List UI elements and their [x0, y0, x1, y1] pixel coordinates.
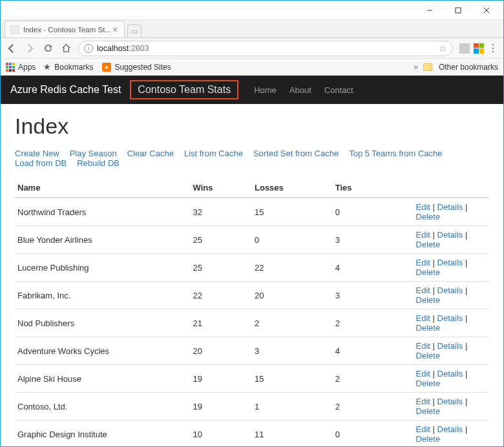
cell-actions: Edit | Details | Delete — [414, 421, 489, 448]
tab-close-icon[interactable]: × — [111, 25, 119, 35]
cell-losses: 0 — [252, 226, 333, 254]
extension-icon[interactable] — [459, 43, 470, 54]
action-link[interactable]: Play Season — [70, 149, 117, 158]
app-navbar: Azure Redis Cache Test Contoso Team Stat… — [1, 76, 503, 104]
delete-link[interactable]: Delete — [416, 212, 441, 222]
delete-link[interactable]: Delete — [416, 240, 441, 249]
bookmark-label: Suggested Sites — [114, 63, 171, 72]
browser-tab-active[interactable]: Index - Contoso Team St... × — [5, 21, 125, 37]
navbar-highlighted-link[interactable]: Contoso Team Stats — [130, 80, 238, 99]
forward-button[interactable] — [24, 43, 36, 54]
cell-name: Nod Publishers — [15, 309, 191, 337]
table-row: Blue Yonder Airlines2503Edit | Details |… — [15, 226, 489, 254]
action-link[interactable]: Rebuild DB — [77, 158, 120, 168]
star-icon: ★ — [43, 62, 51, 72]
delete-link[interactable]: Delete — [416, 351, 441, 360]
details-link[interactable]: Details — [437, 230, 463, 240]
cell-ties: 3 — [333, 282, 414, 309]
url-host: localhost — [97, 44, 129, 53]
bookmark-star-icon[interactable]: ☆ — [439, 43, 447, 54]
back-button[interactable] — [6, 43, 17, 54]
cell-wins: 19 — [191, 365, 252, 393]
cell-name: Contoso, Ltd. — [15, 393, 191, 421]
cell-name: Northwind Traders — [15, 198, 191, 226]
action-link[interactable]: Clear Cache — [127, 149, 174, 158]
delete-link[interactable]: Delete — [416, 434, 441, 444]
cell-wins: 20 — [191, 337, 252, 365]
cell-losses: 1 — [252, 393, 333, 421]
details-link[interactable]: Details — [437, 202, 463, 212]
edit-link[interactable]: Edit — [416, 313, 430, 323]
action-link[interactable]: Create New — [15, 149, 59, 158]
home-button[interactable] — [60, 43, 72, 54]
table-row: Lucerne Publishing25224Edit | Details | … — [15, 254, 489, 282]
window-close-button[interactable] — [472, 1, 501, 19]
cell-actions: Edit | Details | Delete — [414, 226, 489, 254]
cell-ties: 2 — [333, 365, 414, 393]
delete-link[interactable]: Delete — [416, 323, 441, 333]
navbar-link-about[interactable]: About — [289, 85, 311, 95]
delete-link[interactable]: Delete — [416, 295, 441, 305]
delete-link[interactable]: Delete — [416, 379, 441, 388]
cell-ties: 2 — [333, 309, 414, 337]
action-link[interactable]: Load from DB — [15, 158, 67, 168]
window-maximize-button[interactable] — [444, 1, 472, 19]
cell-losses: 2 — [252, 309, 333, 337]
details-link[interactable]: Details — [437, 258, 463, 267]
cell-ties: 4 — [333, 337, 414, 365]
navbar-link-contact[interactable]: Contact — [324, 85, 353, 95]
edit-link[interactable]: Edit — [416, 397, 430, 406]
apps-shortcut[interactable]: Apps — [6, 63, 36, 72]
action-link[interactable]: List from Cache — [184, 149, 243, 158]
delete-link[interactable]: Delete — [416, 267, 441, 277]
edit-link[interactable]: Edit — [416, 286, 430, 295]
navbar-brand[interactable]: Azure Redis Cache Test — [10, 84, 121, 96]
table-row: Nod Publishers2122Edit | Details | Delet… — [15, 309, 489, 337]
edit-link[interactable]: Edit — [416, 202, 430, 212]
other-bookmarks[interactable]: Other bookmarks — [423, 63, 498, 72]
site-info-icon[interactable]: i — [84, 44, 93, 53]
bookmarks-bar: Apps ★ Bookmarks ▸ Suggested Sites » Oth… — [1, 59, 503, 76]
cell-ties: 2 — [333, 393, 414, 421]
action-link[interactable]: Sorted Set from Cache — [253, 149, 339, 158]
edit-link[interactable]: Edit — [416, 341, 430, 351]
details-link[interactable]: Details — [437, 424, 463, 434]
edit-link[interactable]: Edit — [416, 258, 430, 267]
delete-link[interactable]: Delete — [416, 406, 441, 416]
details-link[interactable]: Details — [437, 397, 463, 406]
table-row: Northwind Traders32150Edit | Details | D… — [15, 198, 489, 226]
details-link[interactable]: Details — [437, 286, 463, 295]
suggested-icon: ▸ — [102, 63, 111, 72]
bookmark-suggested[interactable]: ▸ Suggested Sites — [102, 63, 171, 72]
action-links: Create NewPlay SeasonClear CacheList fro… — [15, 149, 489, 168]
browser-menu-button[interactable]: ⋮ — [488, 42, 498, 54]
new-tab-button[interactable]: ▭ — [127, 25, 142, 37]
overflow-chevron-icon[interactable]: » — [414, 63, 418, 72]
windows-icon[interactable] — [474, 43, 484, 54]
cell-wins: 32 — [191, 198, 252, 226]
cell-wins: 21 — [191, 309, 252, 337]
table-row: Graphic Design Institute10110Edit | Deta… — [15, 421, 489, 448]
cell-wins: 10 — [191, 421, 252, 448]
browser-toolbar: i localhost:2803 ☆ ⋮ — [1, 38, 503, 59]
address-bar[interactable]: i localhost:2803 ☆ — [78, 41, 453, 56]
window-minimize-button[interactable] — [415, 1, 444, 19]
tab-favicon — [10, 25, 19, 34]
navbar-link-home[interactable]: Home — [254, 85, 277, 95]
details-link[interactable]: Details — [437, 313, 463, 323]
table-row: Fabrikam, Inc.22203Edit | Details | Dele… — [15, 282, 489, 309]
cell-losses: 3 — [252, 337, 333, 365]
edit-link[interactable]: Edit — [416, 369, 430, 379]
details-link[interactable]: Details — [437, 341, 463, 351]
edit-link[interactable]: Edit — [416, 230, 430, 240]
reload-button[interactable] — [42, 43, 54, 54]
cell-wins: 22 — [191, 282, 252, 309]
action-link[interactable]: Top 5 Teams from Cache — [349, 149, 442, 158]
edit-link[interactable]: Edit — [416, 424, 430, 434]
table-row: Alpine Ski House19152Edit | Details | De… — [15, 365, 489, 393]
cell-actions: Edit | Details | Delete — [414, 254, 489, 282]
apps-icon — [6, 63, 15, 72]
details-link[interactable]: Details — [437, 369, 463, 379]
cell-name: Graphic Design Institute — [15, 421, 191, 448]
bookmark-bookmarks[interactable]: ★ Bookmarks — [43, 62, 93, 72]
